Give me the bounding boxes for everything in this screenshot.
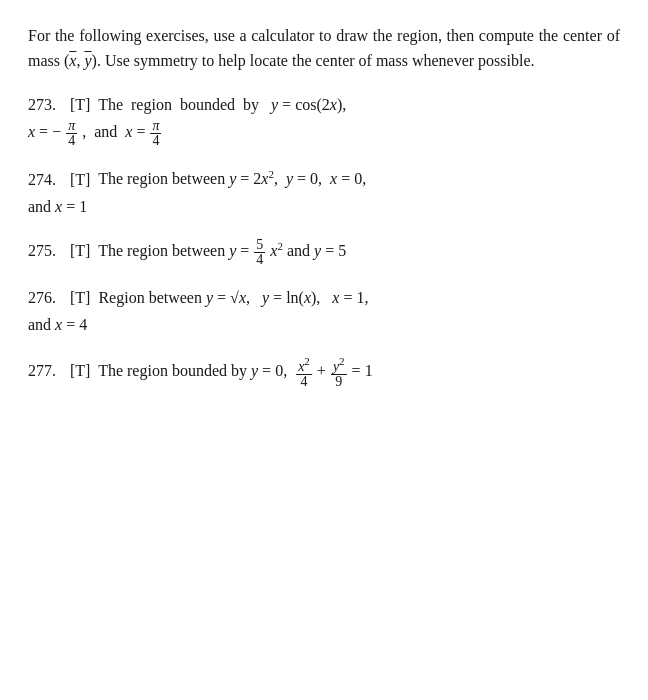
- problem-277: 277. [T] The region bounded by y = 0, x2…: [28, 356, 620, 389]
- intro-paragraph: For the following exercises, use a calcu…: [28, 24, 620, 74]
- frac-pi-4-neg: π 4: [66, 119, 77, 148]
- frac-y2-9: y2 9: [331, 356, 347, 389]
- problem-275-content: The region between y = 5 4 x2 and y = 5: [94, 238, 620, 267]
- problem-277-line1: 277. [T] The region bounded by y = 0, x2…: [28, 356, 620, 389]
- problem-276-tag: [T]: [66, 285, 90, 311]
- problem-273-line1: 273. [T] The region bounded by y = cos(2…: [28, 92, 620, 118]
- problem-274-content: The region between y = 2x2, y = 0, x = 0…: [94, 166, 620, 192]
- problem-273-number: 273.: [28, 92, 66, 118]
- page-content: For the following exercises, use a calcu…: [28, 24, 620, 389]
- problem-274-number: 274.: [28, 167, 66, 193]
- problem-276-number: 276.: [28, 285, 66, 311]
- problem-274-continuation: and x = 1: [28, 194, 620, 220]
- problem-273-continuation: x = − π 4 , and x = π 4: [28, 119, 620, 148]
- problem-274-tag: [T]: [66, 167, 90, 193]
- problem-276-content: Region between y = √x, y = ln(x), x = 1,: [94, 285, 620, 311]
- frac-5-4: 5 4: [254, 238, 265, 267]
- frac-x2-4: x2 4: [296, 356, 312, 389]
- problem-273-content: The region bounded by y = cos(2x),: [94, 92, 620, 118]
- problem-275-line1: 275. [T] The region between y = 5 4 x2 a…: [28, 238, 620, 267]
- problem-274: 274. [T] The region between y = 2x2, y =…: [28, 166, 620, 220]
- frac-pi-4-pos: π 4: [150, 119, 161, 148]
- problem-274-line1: 274. [T] The region between y = 2x2, y =…: [28, 166, 620, 192]
- problem-273-tag: [T]: [66, 92, 90, 118]
- problem-276-continuation: and x = 4: [28, 312, 620, 338]
- problem-277-tag: [T]: [66, 358, 90, 384]
- problem-275-number: 275.: [28, 238, 66, 264]
- problem-273: 273. [T] The region bounded by y = cos(2…: [28, 92, 620, 149]
- problem-276: 276. [T] Region between y = √x, y = ln(x…: [28, 285, 620, 338]
- problem-275-tag: [T]: [66, 238, 90, 264]
- problem-275: 275. [T] The region between y = 5 4 x2 a…: [28, 238, 620, 267]
- problem-276-line1: 276. [T] Region between y = √x, y = ln(x…: [28, 285, 620, 311]
- problem-277-number: 277.: [28, 358, 66, 384]
- problem-277-content: The region bounded by y = 0, x2 4 + y2 9…: [94, 356, 620, 389]
